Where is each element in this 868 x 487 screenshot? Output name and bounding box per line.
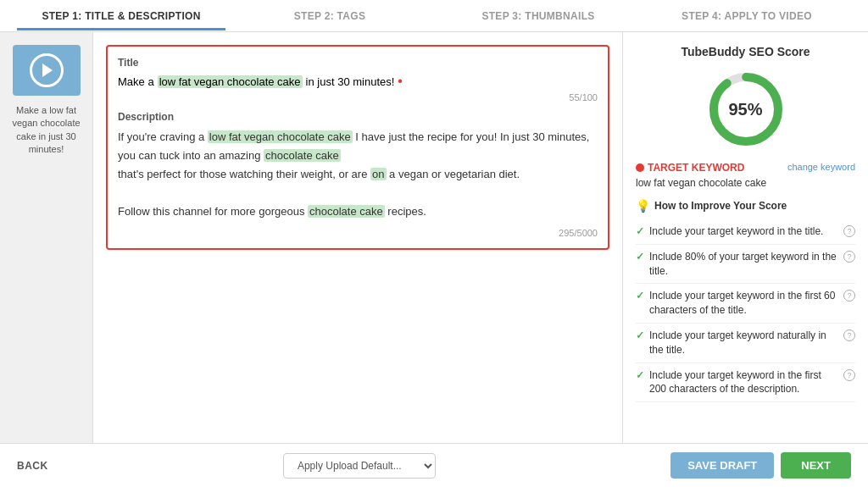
desc-seg-3: that's perfect for those watching their … xyxy=(118,168,370,180)
checklist-text-3: Include your target keyword in the first… xyxy=(649,289,838,318)
checklist-text-2: Include 80% of your target keyword in th… xyxy=(649,250,838,279)
desc-seg-6: recipes. xyxy=(385,205,426,218)
checklist-text-5: Include your target keyword in the first… xyxy=(649,368,838,397)
play-icon xyxy=(30,53,64,87)
desc-keyword-3: on xyxy=(370,168,386,180)
bottom-bar: BACK Apply Upload Default... SAVE DRAFT … xyxy=(0,443,868,487)
title-char-count: 55/100 xyxy=(118,92,598,102)
help-icon-4[interactable]: ? xyxy=(843,329,855,341)
target-dot-icon xyxy=(636,163,644,172)
checklist-item-1: ✓ Include your target keyword in the tit… xyxy=(636,219,855,245)
desc-text: If you're craving a low fat vegan chocol… xyxy=(118,128,598,221)
bulb-icon: 💡 xyxy=(636,199,650,213)
target-keyword-label: TARGET KEYWORD xyxy=(636,162,744,174)
nav-step-2[interactable]: STEP 2: TAGS xyxy=(225,2,434,30)
check-icon-5: ✓ xyxy=(636,369,644,381)
next-button[interactable]: NEXT xyxy=(781,452,851,479)
check-icon-4: ✓ xyxy=(636,329,644,341)
desc-keyword-4: chocolate cake xyxy=(308,205,385,218)
checklist-text-1: Include your target keyword in the title… xyxy=(649,224,838,239)
target-keyword-section: TARGET KEYWORD change keyword xyxy=(636,162,855,174)
change-keyword-link[interactable]: change keyword xyxy=(787,162,855,172)
checklist-item-3: ✓ Include your target keyword in the fir… xyxy=(636,284,855,324)
desc-label: Description xyxy=(118,111,598,123)
right-sidebar: TubeBuddy SEO Score 95% TARGET KEYWORD c… xyxy=(622,32,868,443)
top-navigation: STEP 1: TITLE & DESCRIPTION STEP 2: TAGS… xyxy=(0,0,868,32)
seo-score-value: 95% xyxy=(728,100,762,119)
donut-wrapper: 95% xyxy=(704,67,788,152)
title-keyword: low fat vegan chocolate cake xyxy=(158,75,303,88)
desc-seg-4: a vegan or vegetarian diet. xyxy=(387,168,520,180)
thumbnail-preview xyxy=(13,45,81,96)
desc-char-count: 295/5000 xyxy=(118,228,598,238)
seo-score-title: TubeBuddy SEO Score xyxy=(636,45,855,58)
desc-seg-5: Follow this channel for more gorgeous xyxy=(118,205,308,218)
keyword-value: low fat vegan chocolate cake xyxy=(636,177,855,189)
checklist-text-4: Include your target keyword naturally in… xyxy=(649,329,838,357)
nav-step-3[interactable]: STEP 3: THUMBNAILS xyxy=(434,2,643,30)
nav-step-4[interactable]: STEP 4: APPLY TO VIDEO xyxy=(643,2,851,30)
check-icon-2: ✓ xyxy=(636,251,644,263)
help-icon-2[interactable]: ? xyxy=(843,251,855,263)
upload-default-select[interactable]: Apply Upload Default... xyxy=(283,453,436,479)
left-sidebar: Make a low fat vegan chocolate cake in j… xyxy=(0,32,93,443)
required-dot: • xyxy=(398,74,403,89)
check-icon-1: ✓ xyxy=(636,225,644,237)
title-after: in just 30 minutes! xyxy=(306,75,395,88)
checklist-item-5: ✓ Include your target keyword in the fir… xyxy=(636,363,855,403)
form-area: Title Make a low fat vegan chocolate cak… xyxy=(93,32,622,443)
checklist-item-4: ✓ Include your target keyword naturally … xyxy=(636,324,855,363)
improve-title: 💡 How to Improve Your Score xyxy=(636,199,855,213)
desc-keyword-2: chocolate cake xyxy=(264,149,341,162)
title-label: Title xyxy=(118,57,598,69)
save-draft-button[interactable]: SAVE DRAFT xyxy=(670,452,774,479)
title-before: Make a xyxy=(118,75,154,88)
main-content: Make a low fat vegan chocolate cake in j… xyxy=(0,32,868,443)
help-icon-1[interactable]: ? xyxy=(843,225,855,237)
title-description-box: Title Make a low fat vegan chocolate cak… xyxy=(106,45,609,250)
checklist: ✓ Include your target keyword in the tit… xyxy=(636,219,855,402)
check-icon-3: ✓ xyxy=(636,290,644,302)
desc-seg-1: If you're craving a xyxy=(118,130,208,143)
desc-keyword-1: low fat vegan chocolate cake xyxy=(208,130,353,143)
video-title-preview: Make a low fat vegan chocolate cake in j… xyxy=(8,104,84,157)
help-icon-5[interactable]: ? xyxy=(843,369,855,381)
help-icon-3[interactable]: ? xyxy=(843,290,855,302)
back-button[interactable]: BACK xyxy=(17,460,48,472)
title-display: Make a low fat vegan chocolate cake in j… xyxy=(118,74,598,89)
nav-step-1[interactable]: STEP 1: TITLE & DESCRIPTION xyxy=(17,2,225,30)
bottom-right-buttons: SAVE DRAFT NEXT xyxy=(670,452,851,479)
checklist-item-2: ✓ Include 80% of your target keyword in … xyxy=(636,245,855,285)
seo-score-chart: 95% xyxy=(636,67,855,152)
